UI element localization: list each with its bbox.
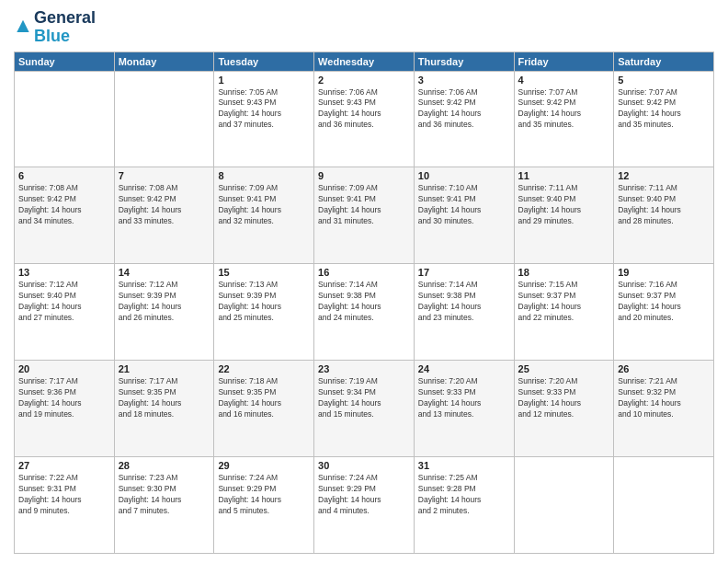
calendar-cell: 14Sunrise: 7:12 AM Sunset: 9:39 PM Dayli… — [114, 264, 214, 361]
calendar-cell: 28Sunrise: 7:23 AM Sunset: 9:30 PM Dayli… — [114, 457, 214, 554]
day-info: Sunrise: 7:12 AM Sunset: 9:39 PM Dayligh… — [119, 280, 210, 324]
day-info: Sunrise: 7:13 AM Sunset: 9:39 PM Dayligh… — [218, 280, 310, 324]
week-row-1: 1Sunrise: 7:05 AM Sunset: 9:43 PM Daylig… — [15, 71, 714, 167]
weekday-header-tuesday: Tuesday — [214, 52, 314, 71]
weekday-header-sunday: Sunday — [15, 52, 115, 71]
week-row-5: 27Sunrise: 7:22 AM Sunset: 9:31 PM Dayli… — [15, 457, 714, 554]
day-info: Sunrise: 7:07 AM Sunset: 9:42 PM Dayligh… — [618, 87, 710, 132]
calendar-cell: 22Sunrise: 7:18 AM Sunset: 9:35 PM Dayli… — [214, 361, 314, 457]
day-number: 11 — [518, 170, 610, 181]
day-number: 9 — [318, 170, 410, 181]
day-number: 12 — [618, 170, 710, 181]
day-info: Sunrise: 7:20 AM Sunset: 9:33 PM Dayligh… — [418, 376, 510, 420]
weekday-header-saturday: Saturday — [614, 52, 714, 71]
calendar-cell: 6Sunrise: 7:08 AM Sunset: 9:42 PM Daylig… — [15, 167, 115, 264]
weekday-header-thursday: Thursday — [414, 52, 514, 71]
day-info: Sunrise: 7:07 AM Sunset: 9:42 PM Dayligh… — [518, 87, 610, 132]
weekday-header-wednesday: Wednesday — [314, 52, 415, 71]
day-number: 20 — [18, 363, 110, 374]
day-info: Sunrise: 7:12 AM Sunset: 9:40 PM Dayligh… — [18, 280, 110, 324]
calendar-cell — [15, 71, 115, 167]
day-number: 27 — [18, 460, 110, 471]
calendar-cell: 4Sunrise: 7:07 AM Sunset: 9:42 PM Daylig… — [514, 71, 614, 167]
day-info: Sunrise: 7:23 AM Sunset: 9:30 PM Dayligh… — [119, 473, 210, 517]
calendar-cell: 12Sunrise: 7:11 AM Sunset: 9:40 PM Dayli… — [614, 167, 714, 264]
day-number: 24 — [418, 363, 510, 374]
day-info: Sunrise: 7:11 AM Sunset: 9:40 PM Dayligh… — [518, 183, 610, 227]
logo-text: General Blue — [34, 9, 96, 46]
day-number: 14 — [119, 267, 210, 278]
day-info: Sunrise: 7:19 AM Sunset: 9:34 PM Dayligh… — [318, 376, 410, 420]
day-info: Sunrise: 7:10 AM Sunset: 9:41 PM Dayligh… — [418, 183, 510, 227]
day-number: 30 — [318, 460, 410, 471]
weekday-header-monday: Monday — [114, 52, 214, 71]
day-number: 7 — [119, 170, 210, 181]
calendar-cell: 1Sunrise: 7:05 AM Sunset: 9:43 PM Daylig… — [214, 71, 314, 167]
calendar-cell: 25Sunrise: 7:20 AM Sunset: 9:33 PM Dayli… — [514, 361, 614, 457]
calendar-cell: 26Sunrise: 7:21 AM Sunset: 9:32 PM Dayli… — [614, 361, 714, 457]
day-number: 17 — [418, 267, 510, 278]
calendar-cell: 2Sunrise: 7:06 AM Sunset: 9:43 PM Daylig… — [314, 71, 415, 167]
calendar-cell: 13Sunrise: 7:12 AM Sunset: 9:40 PM Dayli… — [15, 264, 115, 361]
day-info: Sunrise: 7:08 AM Sunset: 9:42 PM Dayligh… — [18, 183, 110, 227]
day-number: 2 — [318, 75, 410, 86]
day-info: Sunrise: 7:24 AM Sunset: 9:29 PM Dayligh… — [318, 473, 410, 517]
calendar-cell: 31Sunrise: 7:25 AM Sunset: 9:28 PM Dayli… — [414, 457, 514, 554]
day-info: Sunrise: 7:16 AM Sunset: 9:37 PM Dayligh… — [618, 280, 710, 324]
page: General Blue SundayMondayTuesdayWednesda… — [0, 0, 728, 563]
day-info: Sunrise: 7:24 AM Sunset: 9:29 PM Dayligh… — [218, 473, 310, 517]
day-info: Sunrise: 7:17 AM Sunset: 9:35 PM Dayligh… — [119, 376, 210, 420]
calendar-cell — [114, 71, 214, 167]
weekday-header-friday: Friday — [514, 52, 614, 71]
calendar-cell — [514, 457, 614, 554]
calendar-cell: 9Sunrise: 7:09 AM Sunset: 9:41 PM Daylig… — [314, 167, 415, 264]
day-info: Sunrise: 7:05 AM Sunset: 9:43 PM Dayligh… — [218, 87, 310, 132]
day-info: Sunrise: 7:15 AM Sunset: 9:37 PM Dayligh… — [518, 280, 610, 324]
calendar-cell: 24Sunrise: 7:20 AM Sunset: 9:33 PM Dayli… — [414, 361, 514, 457]
day-info: Sunrise: 7:25 AM Sunset: 9:28 PM Dayligh… — [418, 473, 510, 517]
header: General Blue — [14, 9, 714, 46]
day-number: 8 — [218, 170, 310, 181]
calendar-cell — [614, 457, 714, 554]
day-number: 19 — [618, 267, 710, 278]
calendar-cell: 11Sunrise: 7:11 AM Sunset: 9:40 PM Dayli… — [514, 167, 614, 264]
day-number: 13 — [18, 267, 110, 278]
day-number: 1 — [218, 75, 310, 86]
day-number: 15 — [218, 267, 310, 278]
day-number: 6 — [18, 170, 110, 181]
day-info: Sunrise: 7:06 AM Sunset: 9:43 PM Dayligh… — [318, 87, 410, 132]
day-info: Sunrise: 7:14 AM Sunset: 9:38 PM Dayligh… — [318, 280, 410, 324]
day-info: Sunrise: 7:09 AM Sunset: 9:41 PM Dayligh… — [218, 183, 310, 227]
logo: General Blue — [14, 9, 96, 46]
calendar-cell: 20Sunrise: 7:17 AM Sunset: 9:36 PM Dayli… — [15, 361, 115, 457]
day-number: 28 — [119, 460, 210, 471]
calendar-cell: 21Sunrise: 7:17 AM Sunset: 9:35 PM Dayli… — [114, 361, 214, 457]
calendar-cell: 29Sunrise: 7:24 AM Sunset: 9:29 PM Dayli… — [214, 457, 314, 554]
calendar-cell: 18Sunrise: 7:15 AM Sunset: 9:37 PM Dayli… — [514, 264, 614, 361]
calendar-cell: 27Sunrise: 7:22 AM Sunset: 9:31 PM Dayli… — [15, 457, 115, 554]
logo-icon — [14, 18, 32, 37]
day-number: 23 — [318, 363, 410, 374]
day-number: 31 — [418, 460, 510, 471]
week-row-4: 20Sunrise: 7:17 AM Sunset: 9:36 PM Dayli… — [15, 361, 714, 457]
day-number: 22 — [218, 363, 310, 374]
day-number: 29 — [218, 460, 310, 471]
day-info: Sunrise: 7:09 AM Sunset: 9:41 PM Dayligh… — [318, 183, 410, 227]
day-info: Sunrise: 7:20 AM Sunset: 9:33 PM Dayligh… — [518, 376, 610, 420]
day-number: 10 — [418, 170, 510, 181]
day-number: 21 — [119, 363, 210, 374]
calendar-cell: 30Sunrise: 7:24 AM Sunset: 9:29 PM Dayli… — [314, 457, 415, 554]
svg-marker-0 — [17, 19, 28, 31]
calendar-table: SundayMondayTuesdayWednesdayThursdayFrid… — [14, 52, 714, 554]
calendar-cell: 23Sunrise: 7:19 AM Sunset: 9:34 PM Dayli… — [314, 361, 415, 457]
day-info: Sunrise: 7:14 AM Sunset: 9:38 PM Dayligh… — [418, 280, 510, 324]
calendar-cell: 16Sunrise: 7:14 AM Sunset: 9:38 PM Dayli… — [314, 264, 415, 361]
calendar-cell: 8Sunrise: 7:09 AM Sunset: 9:41 PM Daylig… — [214, 167, 314, 264]
day-number: 18 — [518, 267, 610, 278]
calendar-cell: 10Sunrise: 7:10 AM Sunset: 9:41 PM Dayli… — [414, 167, 514, 264]
day-info: Sunrise: 7:22 AM Sunset: 9:31 PM Dayligh… — [18, 473, 110, 517]
calendar-cell: 5Sunrise: 7:07 AM Sunset: 9:42 PM Daylig… — [614, 71, 714, 167]
day-number: 3 — [418, 75, 510, 86]
day-info: Sunrise: 7:21 AM Sunset: 9:32 PM Dayligh… — [618, 376, 710, 420]
day-info: Sunrise: 7:17 AM Sunset: 9:36 PM Dayligh… — [18, 376, 110, 420]
